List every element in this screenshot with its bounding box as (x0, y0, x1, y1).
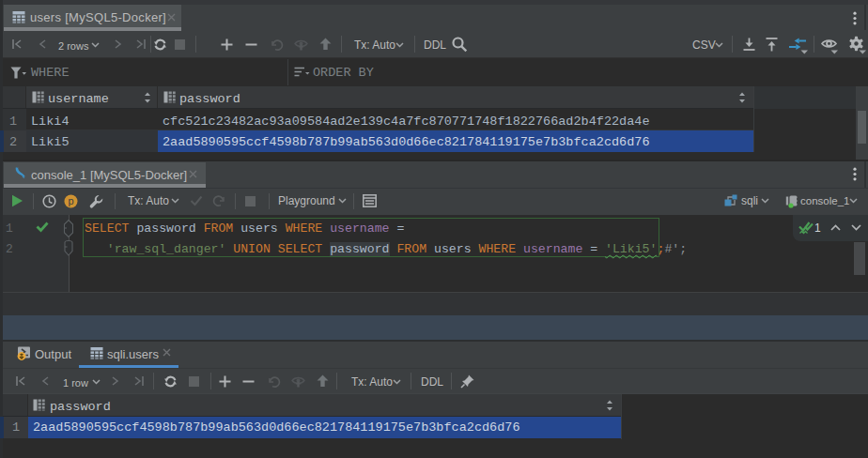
svg-text:p: p (68, 195, 73, 206)
